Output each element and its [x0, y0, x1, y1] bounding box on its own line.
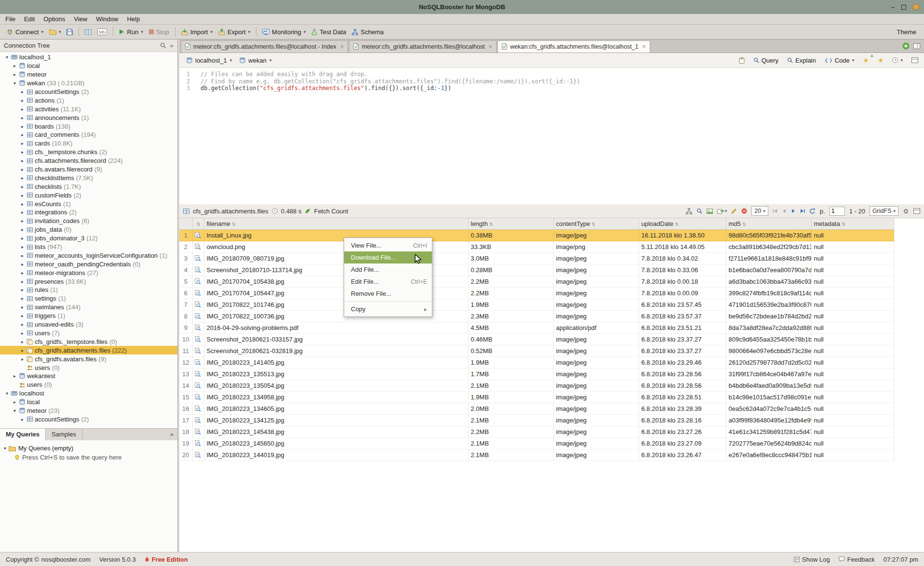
- cell-uploaddate[interactable]: 16.11.2018 klo 1.38.50: [639, 229, 726, 241]
- cell-metadata[interactable]: null: [811, 345, 894, 356]
- tree-item-customfields[interactable]: ▸customFields(2): [0, 191, 177, 199]
- cell-contenttype[interactable]: image/jpeg: [553, 299, 639, 310]
- add-favorite-button[interactable]: ★+: [861, 55, 871, 65]
- cell-uploaddate[interactable]: 6.8.2018 klo 23.37.27: [639, 345, 726, 356]
- tree-arrow-icon[interactable]: ▸: [19, 210, 26, 215]
- cell-filename[interactable]: IMG_20180223_134605.jpg: [204, 403, 468, 414]
- tree-arrow-icon[interactable]: ▸: [19, 201, 26, 207]
- cell-contenttype[interactable]: image/jpeg: [553, 345, 639, 356]
- cell-length[interactable]: 1.9MB: [468, 391, 553, 403]
- table-row[interactable]: 8IMG_20170822_100736.jpg2.3MBimage/jpeg6…: [179, 310, 894, 322]
- remove-document-icon[interactable]: [741, 208, 747, 214]
- tree-arrow-icon[interactable]: ▸: [19, 330, 26, 336]
- cell-metadata[interactable]: null: [811, 414, 894, 426]
- cell-md5[interactable]: 9800664e097e6cbbd573c28e5d: [726, 345, 811, 356]
- menu-file[interactable]: File: [1, 14, 20, 24]
- export-button[interactable]: Export ▾: [215, 26, 253, 38]
- cell-md5[interactable]: 399c8274fbfb19c818c9af114df8: [726, 287, 811, 299]
- tree-item-cfs-tempstore-chunks[interactable]: ▸cfs._tempstore.chunks(2): [0, 148, 177, 157]
- cell-filename[interactable]: IMG_20180223_135513.jpg: [204, 368, 468, 380]
- tree-arrow-icon[interactable]: ▾: [4, 54, 10, 60]
- search-icon[interactable]: [160, 42, 166, 49]
- query-button[interactable]: Query: [751, 55, 780, 66]
- cell-metadata[interactable]: null: [811, 276, 894, 287]
- tree-arrow-icon[interactable]: ▸: [12, 373, 18, 379]
- tree-item-invitation-codes[interactable]: ▸invitation_codes(6): [0, 217, 177, 225]
- tree-item-jobs-data[interactable]: ▸jobs_data(0): [0, 225, 177, 234]
- editor-code[interactable]: // Files can be added easily with drag a…: [194, 68, 924, 204]
- run-button[interactable]: Run ▾: [116, 26, 146, 38]
- tab-samples[interactable]: Samples: [46, 429, 82, 440]
- code-line[interactable]: db.getCollection("cfs_gridfs.attachments…: [201, 85, 924, 92]
- cell-uploaddate[interactable]: 7.8.2018 klo 0.34.02: [639, 252, 726, 264]
- tree-item-wekantest[interactable]: ▸wekantest: [0, 372, 177, 381]
- cell-length[interactable]: 2.1MB: [468, 414, 553, 426]
- menu-item-copy[interactable]: Copy▸: [344, 303, 432, 315]
- cell-filename[interactable]: Screenshot_20180621-033157.jpg: [204, 333, 468, 345]
- preview-magnifier-icon[interactable]: [192, 322, 204, 333]
- menu-window[interactable]: Window: [92, 14, 122, 24]
- tree-arrow-icon[interactable]: ▸: [19, 158, 26, 163]
- code-button[interactable]: Code ▾: [823, 55, 857, 66]
- menu-view[interactable]: View: [69, 14, 92, 24]
- cell-uploaddate[interactable]: 6.8.2018 klo 23.51.21: [639, 322, 726, 333]
- cell-md5[interactable]: 809c9d6455aa325450e78b1bb2: [726, 333, 811, 345]
- preview-magnifier-icon[interactable]: [192, 252, 204, 264]
- preview-magnifier-icon[interactable]: [192, 310, 204, 322]
- cell-metadata[interactable]: null: [811, 391, 894, 403]
- table-row[interactable]: 3IMG_20180709_080719.jpg3.0MBimage/jpeg7…: [179, 252, 894, 264]
- tree-arrow-icon[interactable]: ▸: [19, 149, 26, 155]
- last-page-button[interactable]: [800, 209, 805, 213]
- settings-gear-icon[interactable]: [903, 208, 909, 214]
- edition-badge[interactable]: Free Edition: [145, 556, 188, 563]
- cell-contenttype[interactable]: image/jpeg: [553, 403, 639, 414]
- tree-arrow-icon[interactable]: ▸: [19, 106, 26, 112]
- tree-arrow-icon[interactable]: ▸: [12, 63, 18, 68]
- header-md5[interactable]: md5⇅: [726, 218, 811, 229]
- maximize-results-icon[interactable]: [913, 208, 920, 214]
- tree-item-meteor-oauth-pendingcredentials[interactable]: ▸meteor_oauth_pendingCredentials(0): [0, 260, 177, 268]
- menu-item-view-file[interactable]: View File...Ctrl+I: [344, 239, 432, 251]
- tree-arrow-icon[interactable]: ▸: [19, 339, 26, 344]
- cell-md5[interactable]: e267e0a6ef8ec8ccc948475b1ba: [726, 449, 811, 461]
- tree-item-meteor-accounts-loginserviceconfiguration[interactable]: ▸meteor_accounts_loginServiceConfigurati…: [0, 251, 177, 260]
- tree-arrow-icon[interactable]: ▸: [19, 141, 26, 146]
- preview-magnifier-icon[interactable]: [192, 299, 204, 310]
- collapse-sidebar-icon[interactable]: «: [170, 42, 174, 49]
- cell-metadata[interactable]: null: [811, 322, 894, 333]
- preview-magnifier-icon[interactable]: [192, 356, 204, 368]
- tree-item-meteor-migrations[interactable]: ▸meteor-migrations(27): [0, 268, 177, 277]
- theme-button[interactable]: Theme: [893, 26, 920, 38]
- header-uploaddate[interactable]: uploadDate⇅: [639, 218, 726, 229]
- export-results-button[interactable]: ▾: [717, 208, 727, 214]
- table-row[interactable]: 15IMG_20180223_134958.jpg1.9MBimage/jpeg…: [179, 391, 894, 403]
- cell-length[interactable]: 0.28MB: [468, 264, 553, 276]
- preview-magnifier-icon[interactable]: [192, 368, 204, 380]
- cell-metadata[interactable]: null: [811, 229, 894, 241]
- cell-metadata[interactable]: null: [811, 299, 894, 310]
- cell-md5[interactable]: b14c98e1015ac517d98c091ead: [726, 391, 811, 403]
- tree-arrow-icon[interactable]: ▸: [19, 98, 26, 103]
- table-row[interactable]: 19IMG_20180223_145650.jpg2.1MBimage/jpeg…: [179, 437, 894, 449]
- table-row[interactable]: 20IMG_20180223_144019.jpg2.1MBimage/jpeg…: [179, 449, 894, 461]
- preview-magnifier-icon[interactable]: [192, 449, 204, 461]
- cell-md5[interactable]: 26120d25798778dd7d2d5c0273: [726, 356, 811, 368]
- cell-length[interactable]: 2.3MB: [468, 310, 553, 322]
- menu-item-edit-file[interactable]: Edit File...Ctrl+E: [344, 276, 432, 288]
- tree-arrow-icon[interactable]: ▸: [19, 253, 26, 258]
- table-row[interactable]: 14IMG_20180223_135054.jpg2.1MBimage/jpeg…: [179, 380, 894, 391]
- header-metadata[interactable]: metadata⇅: [811, 218, 894, 229]
- close-button[interactable]: [913, 4, 919, 10]
- maximize-panel-icon[interactable]: [910, 56, 920, 65]
- cell-uploaddate[interactable]: 6.8.2018 klo 23.57.45: [639, 299, 726, 310]
- tree-item-lists[interactable]: ▸lists(947): [0, 243, 177, 251]
- feedback-button[interactable]: Feedback: [839, 556, 875, 563]
- zoom-icon[interactable]: [696, 208, 702, 214]
- cell-uploaddate[interactable]: 6.8.2018 klo 23.28.39: [639, 403, 726, 414]
- cell-contenttype[interactable]: image/jpeg: [553, 276, 639, 287]
- cell-uploaddate[interactable]: 7.8.2018 klo 0.00.18: [639, 276, 726, 287]
- tree-arrow-icon[interactable]: ▸: [19, 167, 26, 172]
- tree-arrow-icon[interactable]: ▸: [19, 304, 26, 310]
- cell-uploaddate[interactable]: 6.8.2018 klo 23.28.51: [639, 391, 726, 403]
- edit-document-icon[interactable]: [731, 208, 737, 214]
